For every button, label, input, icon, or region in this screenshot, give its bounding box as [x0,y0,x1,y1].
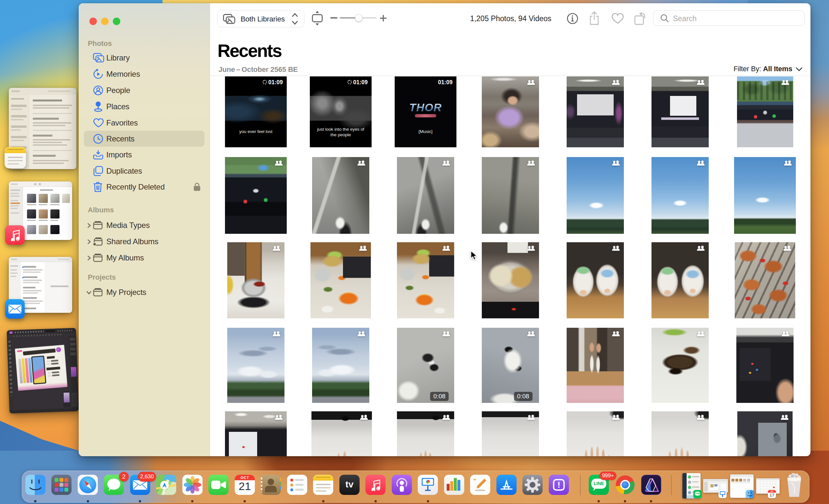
svg-text:“: “ [473,478,476,484]
